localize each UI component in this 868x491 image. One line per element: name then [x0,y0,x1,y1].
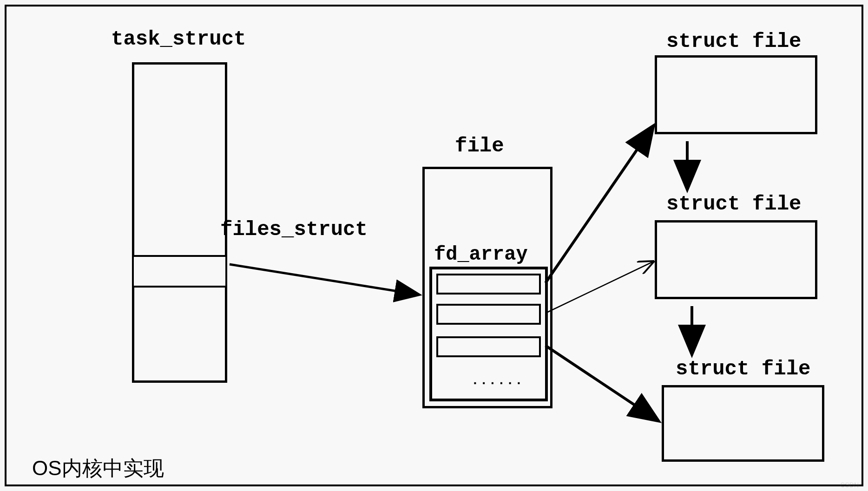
watermark: CSDN [840,481,859,489]
fd-slot-1 [436,304,541,325]
svg-line-1 [230,264,418,295]
diagram-frame: task_struct files_struct file fd_array .… [5,5,863,486]
svg-line-3 [546,262,652,313]
label-task-struct: task_struct [111,27,246,51]
svg-line-2 [546,127,652,283]
label-footer: OS内核中实现 [32,455,164,482]
svg-line-4 [546,346,657,420]
struct-file-box-3 [662,385,824,462]
fd-ellipsis: ...... [471,373,524,388]
label-file: file [455,134,504,157]
label-files-struct: files_struct [220,218,368,241]
struct-file-box-1 [655,55,817,134]
fd-slot-0 [436,274,541,295]
label-struct-file-1: struct file [666,30,801,53]
task-struct-slot [132,255,227,288]
label-struct-file-3: struct file [676,357,810,380]
label-struct-file-2: struct file [666,192,801,216]
task-struct-box [132,62,227,383]
label-fd-array: fd_array [434,243,528,266]
struct-file-box-2 [655,220,817,299]
fd-slot-2 [436,336,541,357]
